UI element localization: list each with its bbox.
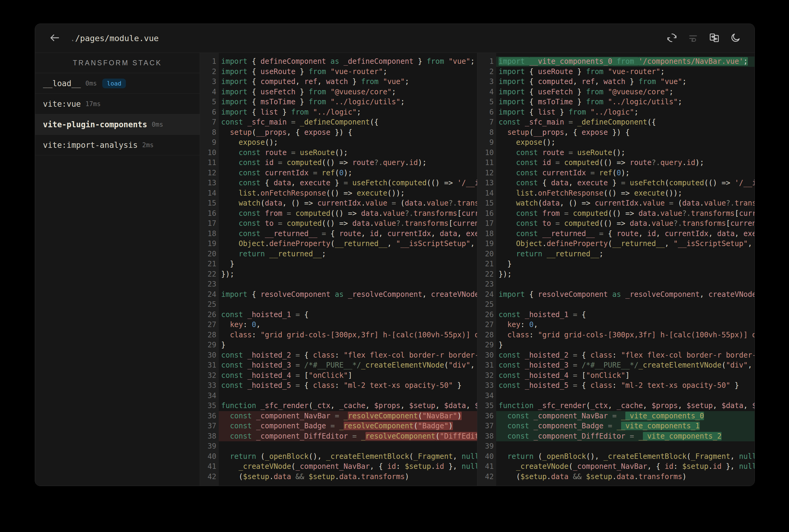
code-line — [496, 391, 754, 401]
code-line: _createVNode(_component_NavBar, { id: $s… — [219, 461, 477, 472]
line-number: 35 — [477, 401, 494, 411]
transform-stack-list: __load__0msloadvite:vue17msvite-plugin-c… — [35, 73, 200, 155]
line-number: 9 — [477, 137, 494, 148]
line-number: 20 — [200, 249, 216, 259]
line-number: 41 — [200, 461, 216, 472]
line-number: 16 — [477, 209, 494, 219]
transform-stack-item[interactable]: vite:import-analysis2ms — [35, 135, 200, 155]
line-number: 25 — [200, 300, 216, 310]
line-number: 21 — [200, 259, 216, 269]
line-number: 15 — [200, 198, 216, 209]
code-line: const _component_DiffEditor = _resolveCo… — [219, 431, 477, 442]
line-number: 29 — [477, 340, 494, 350]
plugin-time: 17ms — [85, 100, 101, 108]
code-line: const route = useRoute(); — [496, 148, 754, 158]
main-content: TRANSFORM STACK __load__0msloadvite:vue1… — [35, 53, 754, 486]
line-number: 27 — [477, 320, 494, 330]
line-number: 3 — [200, 77, 216, 87]
line-number: 21 — [477, 259, 494, 269]
transform-stack-item[interactable]: vite:vue17ms — [35, 94, 200, 114]
code-line: const _sfc_main = _defineComponent({ — [496, 117, 754, 128]
line-number: 15 — [477, 198, 494, 209]
code-line: const _component_NavBar = _resolveCompon… — [219, 411, 477, 421]
line-number: 31 — [477, 360, 494, 370]
inline-diff-button[interactable] — [688, 33, 698, 43]
line-number: 37 — [477, 421, 494, 431]
theme-toggle-button[interactable] — [730, 33, 740, 43]
refresh-icon — [667, 33, 677, 44]
code-line: const from = computed(() => data.value?.… — [219, 209, 477, 219]
line-number-gutter-left: 1234567891011121314151617181920212223242… — [200, 53, 219, 486]
line-number: 14 — [200, 188, 216, 198]
line-number: 30 — [477, 350, 494, 361]
code-line: list.onFetchResponse(() => execute()); — [496, 188, 754, 198]
back-button[interactable] — [49, 33, 60, 44]
code-line: } — [496, 340, 754, 350]
file-path: ./pages/module.vue — [70, 34, 159, 42]
plugin-name: vite:vue — [43, 99, 81, 109]
code-line: const to = computed(() => data.value?.tr… — [219, 218, 477, 229]
line-number: 10 — [200, 148, 216, 158]
line-number: 40 — [477, 452, 494, 462]
code-line: import { useRoute } from "vue-router"; — [496, 67, 754, 77]
transform-stack-item[interactable]: vite-plugin-components0ms — [35, 114, 200, 135]
line-number: 8 — [477, 128, 494, 138]
line-number: 39 — [200, 441, 216, 452]
line-number: 37 — [200, 421, 216, 431]
line-number: 16 — [200, 209, 216, 219]
line-number: 38 — [200, 431, 216, 442]
code-line — [496, 441, 754, 452]
code-line: ($setup.data && $setup.data.transforms) — [496, 472, 754, 482]
line-number: 7 — [477, 117, 494, 128]
line-number: 11 — [200, 158, 216, 168]
line-number: 30 — [200, 350, 216, 361]
line-number: 17 — [477, 218, 494, 229]
line-number: 22 — [477, 269, 494, 280]
refresh-button[interactable] — [667, 33, 677, 43]
plugin-name: __load__ — [43, 79, 81, 88]
inspect-window: ./pages/module.vue — [35, 23, 755, 486]
code-line: const id = computed(() => route?.query.i… — [496, 158, 754, 168]
code-line — [496, 300, 754, 310]
line-number: 31 — [200, 360, 216, 370]
code-line: import { resolveComponent as _resolveCom… — [496, 289, 754, 300]
code-line: ($setup.data && $setup.data.transforms) — [219, 472, 477, 482]
line-number: 25 — [477, 300, 494, 310]
code-line: } — [496, 259, 754, 269]
arrow-left-icon — [49, 32, 60, 45]
line-number: 3 — [477, 77, 494, 87]
code-line: const route = useRoute(); — [219, 148, 477, 158]
code-line: Object.defineProperty(__returned__, "__i… — [496, 239, 754, 249]
line-number: 24 — [200, 289, 216, 300]
line-number: 34 — [477, 391, 494, 401]
code-line: setup(__props, { expose }) { — [496, 128, 754, 138]
code-line: list.onFetchResponse(() => execute()); — [219, 188, 477, 198]
line-number: 5 — [200, 97, 216, 107]
line-number: 42 — [477, 472, 494, 482]
line-number: 22 — [200, 269, 216, 280]
code-line: const to = computed(() => data.value?.tr… — [496, 218, 754, 229]
code-line: const _hoisted_1 = { — [496, 310, 754, 320]
diff-pane-before[interactable]: 1234567891011121314151617181920212223242… — [200, 53, 477, 486]
split-diff-button[interactable] — [709, 33, 719, 43]
line-number: 12 — [200, 168, 216, 178]
file-path-dot: . — [70, 34, 75, 43]
line-number: 17 — [200, 218, 216, 229]
diff-pane-after[interactable]: 1234567891011121314151617181920212223242… — [477, 53, 754, 486]
transform-stack-title: TRANSFORM STACK — [35, 53, 200, 73]
code-line: } — [219, 340, 477, 350]
load-badge: load — [102, 79, 126, 88]
code-line: return (_openBlock(), _createElementBloc… — [219, 452, 477, 462]
code-line: import { useRoute } from "vue-router"; — [219, 67, 477, 77]
code-line: const _hoisted_3 = /*#__PURE__*/_createE… — [496, 360, 754, 370]
code-line: function _sfc_render(_ctx, _cache, $prop… — [496, 401, 754, 411]
line-number: 41 — [477, 461, 494, 472]
line-number: 32 — [200, 370, 216, 381]
transform-stack-item[interactable]: __load__0msload — [35, 73, 200, 94]
line-number: 33 — [200, 381, 216, 391]
line-number: 20 — [477, 249, 494, 259]
line-number: 28 — [477, 330, 494, 340]
line-number-gutter-right: 1234567891011121314151617181920212223242… — [477, 53, 496, 486]
code-line: import { computed, ref, watch } from "vu… — [496, 77, 754, 87]
code-line: const __returned__ = { route, id, curren… — [219, 229, 477, 239]
